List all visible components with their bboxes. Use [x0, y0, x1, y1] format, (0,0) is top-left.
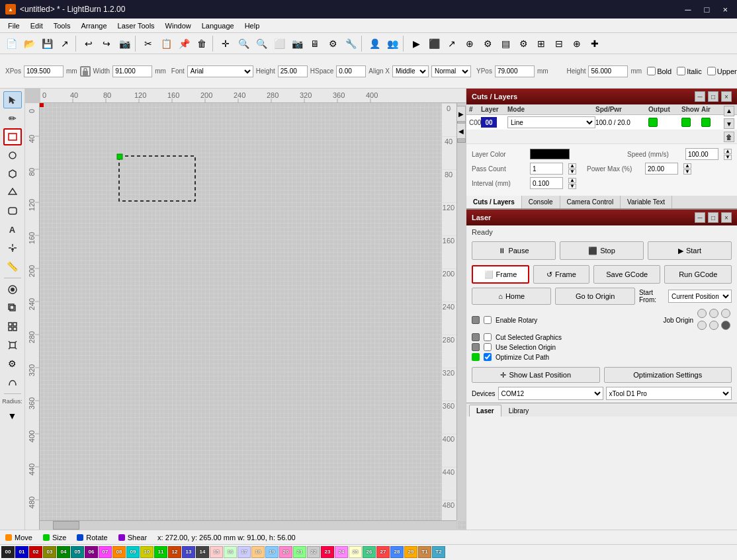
scrollbar-vertical[interactable] — [456, 103, 466, 520]
color-chip-19[interactable]: 19 — [265, 546, 279, 558]
menu-language[interactable]: Language — [196, 19, 239, 33]
normal-select[interactable]: Normal — [431, 65, 471, 77]
color-chip-09[interactable]: 09 — [126, 546, 140, 558]
italic-checkbox-group[interactable]: Italic — [677, 67, 702, 75]
polygon-tool-btn[interactable] — [3, 184, 22, 201]
draw-tool-btn[interactable]: ✏ — [3, 110, 22, 127]
cuts-panel-restore[interactable]: □ — [708, 91, 718, 102]
enable-rotary-checkbox[interactable] — [484, 316, 492, 324]
new-button[interactable]: 📄 — [3, 35, 20, 52]
color-chip-29[interactable]: 29 — [404, 546, 417, 558]
color-chip-05[interactable]: 05 — [71, 546, 84, 558]
cuts-panel-minimize[interactable]: ─ — [695, 91, 705, 102]
italic-checkbox[interactable] — [677, 67, 685, 75]
cuts-row-c00[interactable]: C00 00 Line Fill Offset Fill 100.0 / 20.… — [466, 115, 737, 130]
laser-tab-library[interactable]: Library — [501, 405, 537, 417]
tools-btn[interactable]: 🔧 — [342, 35, 359, 52]
settings-btn[interactable]: ⚙ — [324, 35, 341, 52]
copy-tool-btn[interactable] — [3, 300, 22, 317]
grid-btn[interactable]: ▤ — [497, 35, 514, 52]
canvas-area[interactable]: 0 40 80 120 160 200 240 280 320 360 — [25, 89, 466, 530]
bold-checkbox[interactable] — [647, 67, 656, 75]
color-chip-15[interactable]: 15 — [210, 546, 223, 558]
power-up-btn[interactable]: ▲ — [683, 163, 691, 169]
interval-down-btn[interactable]: ▼ — [568, 184, 576, 189]
menu-help[interactable]: Help — [239, 19, 265, 33]
use-selection-checkbox[interactable] — [484, 343, 492, 351]
hspace-input[interactable] — [336, 65, 366, 77]
home-button[interactable]: ⌂ Home — [472, 288, 551, 305]
delete-button[interactable]: 🗑 — [193, 35, 210, 52]
frame2-button[interactable]: ↺ Frame — [533, 265, 589, 284]
paste-button[interactable]: 📌 — [175, 35, 193, 52]
rect-tool-btn[interactable] — [3, 128, 22, 145]
save-gcode-button[interactable]: Save GCode — [593, 265, 661, 284]
align-x-select[interactable]: Middle — [392, 65, 429, 77]
show-last-position-button[interactable]: ✛ Show Last Position — [472, 367, 600, 383]
air-led[interactable] — [701, 118, 711, 127]
layer-mode-select[interactable]: Line Fill Offset Fill — [507, 116, 595, 128]
run-gcode-button[interactable]: Run GCode — [664, 265, 732, 284]
scrollbar-horizontal[interactable] — [40, 520, 456, 530]
menu-window[interactable]: Window — [160, 19, 196, 33]
color-chip-13[interactable]: 13 — [182, 546, 195, 558]
gear2-btn[interactable]: ⚙ — [515, 35, 532, 52]
open-button[interactable]: 📂 — [21, 35, 38, 52]
color-chip-02[interactable]: 02 — [29, 546, 42, 558]
show-led[interactable] — [681, 118, 691, 127]
origin-bl[interactable] — [697, 321, 707, 330]
pass-down-btn[interactable]: ▼ — [568, 169, 576, 175]
speed-up-btn[interactable]: ▲ — [724, 149, 732, 154]
start2-btn[interactable]: ▶ — [408, 35, 425, 52]
menu-laser-tools[interactable]: Laser Tools — [112, 19, 160, 33]
title-controls[interactable]: ─ □ × — [681, 3, 732, 16]
color-chip-25[interactable]: 25 — [349, 546, 362, 558]
color-chip-24[interactable]: 24 — [335, 546, 348, 558]
origin-tc[interactable] — [709, 309, 718, 318]
rounded-rect-btn[interactable] — [3, 202, 22, 220]
output-led[interactable] — [648, 118, 658, 127]
cut-button[interactable]: ✂ — [140, 35, 157, 52]
origin-btn[interactable]: ⊕ — [461, 35, 478, 52]
color-chip-16[interactable]: 16 — [224, 546, 237, 558]
color-chip-20[interactable]: 20 — [279, 546, 292, 558]
color-chip-17[interactable]: 17 — [238, 546, 251, 558]
menu-arrange[interactable]: Arrange — [75, 19, 112, 33]
export-button[interactable]: ↗ — [56, 35, 73, 52]
main-canvas[interactable] — [40, 103, 466, 530]
save-button[interactable]: 💾 — [38, 35, 56, 52]
shape-tool-btn[interactable] — [3, 337, 22, 354]
interval-up-btn[interactable]: ▲ — [568, 178, 576, 183]
pass-count-input[interactable] — [530, 163, 563, 175]
monitor-btn[interactable]: 🖥 — [306, 35, 324, 52]
cut-selected-checkbox[interactable] — [484, 333, 492, 341]
color-chip-27[interactable]: 27 — [376, 546, 390, 558]
panel-expand-btn[interactable]: ▶ — [456, 106, 466, 122]
menu-file[interactable]: File — [3, 19, 25, 33]
color-chip-28[interactable]: 28 — [390, 546, 404, 558]
select-btn[interactable]: ⬜ — [271, 35, 288, 52]
bold-checkbox-group[interactable]: Bold — [647, 67, 672, 75]
maximize-button[interactable]: □ — [701, 3, 714, 16]
color-chip-14[interactable]: 14 — [196, 546, 209, 558]
zoom-out-btn[interactable]: 🔍 — [253, 35, 270, 52]
height-input[interactable] — [588, 65, 628, 77]
laser-panel-close[interactable]: × — [721, 212, 732, 223]
extra1-btn[interactable]: ⊞ — [533, 35, 550, 52]
color-chip-03[interactable]: 03 — [43, 546, 56, 558]
extra3-btn[interactable]: ⊕ — [568, 35, 585, 52]
ypos-input[interactable] — [495, 65, 535, 77]
user1-btn[interactable]: 👤 — [366, 35, 383, 52]
laser-panel-restore[interactable]: □ — [708, 212, 718, 223]
power-max-input[interactable] — [645, 163, 678, 175]
color-chip-06[interactable]: 06 — [85, 546, 98, 558]
undo-button[interactable]: ↩ — [80, 35, 97, 52]
array-tool-btn[interactable] — [3, 318, 22, 335]
laser-panel-minimize[interactable]: ─ — [695, 212, 705, 223]
color-chip-t1[interactable]: T1 — [418, 546, 431, 558]
interval-input[interactable] — [530, 177, 563, 189]
color-chip-23[interactable]: 23 — [321, 546, 334, 558]
minimize-button[interactable]: ─ — [681, 3, 695, 16]
color-chip-11[interactable]: 11 — [154, 546, 167, 558]
gear-tool-btn[interactable]: ⚙ — [3, 355, 22, 372]
